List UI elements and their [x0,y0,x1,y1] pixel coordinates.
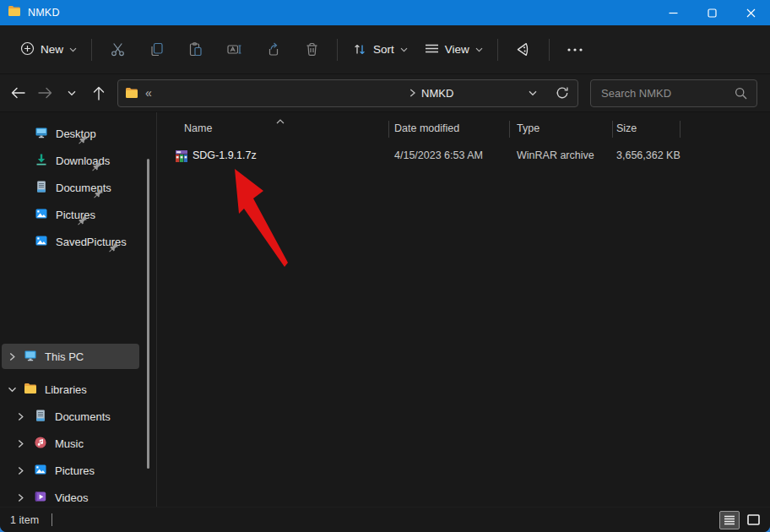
file-list-pane: Name Date modified Type Size SDG-1.9.1.7… [157,112,770,507]
sidebar-item-libraries[interactable]: Libraries [0,376,156,403]
document-icon [35,180,48,196]
chevron-right-icon[interactable] [15,412,25,421]
back-arrow-icon [11,87,25,99]
sidebar-scrollbar[interactable] [147,159,149,469]
column-header-date-modified[interactable]: Date modified [394,122,459,134]
sidebar-item-desktop[interactable]: Desktop [0,120,156,147]
chevron-right-icon[interactable] [15,466,25,475]
refresh-button[interactable] [556,80,569,106]
maximize-button[interactable] [692,0,731,25]
forward-button[interactable] [31,79,58,106]
chevron-down-icon [529,90,537,96]
view-button-label: View [445,43,469,56]
view-button[interactable]: View [416,36,491,62]
file-date-modified: 4/15/2023 6:53 AM [394,149,483,161]
column-separator[interactable] [388,121,389,138]
cut-button[interactable] [98,34,137,66]
downloads-icon [35,153,48,169]
toolbar-divider [337,39,338,61]
sidebar-item-library-documents[interactable]: Documents [0,403,156,430]
column-header-type[interactable]: Type [517,122,540,134]
winrar-archive-icon [175,149,188,166]
column-separator[interactable] [680,121,681,138]
column-headers: Name Date modified Type Size [157,119,770,139]
breadcrumb-segment[interactable]: NMKD [409,80,453,106]
toolbar-divider [91,39,92,61]
window-title: NMKD [28,7,60,19]
pin-icon[interactable] [93,188,104,202]
chevron-right-icon[interactable] [7,352,17,361]
see-more-button[interactable] [556,34,594,66]
details-view-button[interactable] [719,511,740,529]
column-header-size[interactable]: Size [616,122,637,134]
rename-button[interactable] [214,34,253,66]
chevron-down-icon[interactable] [7,387,17,393]
column-separator[interactable] [509,121,510,138]
delete-button[interactable] [292,34,331,66]
share-button[interactable] [253,34,292,66]
column-header-name[interactable]: Name [184,122,212,134]
music-icon [34,436,47,452]
sort-button-label: Sort [373,43,394,56]
chevron-right-icon[interactable] [15,493,25,502]
column-separator[interactable] [612,121,613,138]
pin-icon[interactable] [77,215,88,229]
chevron-down-icon [475,47,483,52]
sidebar-item-label: Pictures [55,464,95,477]
pin-icon[interactable] [91,161,102,175]
folder-icon [8,4,21,21]
pictures-icon [35,207,48,223]
paste-button[interactable] [176,34,214,66]
minimize-button[interactable] [653,0,692,25]
pictures-icon [34,463,47,479]
pin-icon[interactable] [78,134,89,148]
sort-ascending-icon [276,115,285,127]
address-dropdown-button[interactable] [529,80,537,106]
desktop-icon [35,126,48,142]
sidebar-item-savedpictures[interactable]: SavedPictures [0,228,156,255]
chevron-down-icon [68,90,76,96]
sidebar-item-documents[interactable]: Documents [0,174,156,201]
see-more-icon [567,48,583,52]
file-row[interactable]: SDG-1.9.1.7z 4/15/2023 6:53 AM WinRAR ar… [157,144,770,167]
icons-view-button[interactable] [743,511,763,529]
sort-arrows-icon [352,42,367,57]
sidebar-item-library-music[interactable]: Music [0,430,156,457]
status-divider [52,513,52,526]
back-button[interactable] [4,79,31,106]
pin-icon[interactable] [108,242,119,256]
file-size: 3,656,362 KB [616,149,681,161]
titlebar: NMKD [0,0,770,25]
search-input[interactable] [591,80,756,106]
sidebar-item-library-videos[interactable]: Videos [0,484,156,511]
content-area: Desktop Downloads Documents [0,112,770,507]
new-button[interactable]: New [12,35,85,65]
pizza-slice-button[interactable] [504,34,543,66]
folder-icon [24,382,37,398]
sidebar-item-pictures[interactable]: Pictures [0,201,156,228]
chevron-right-icon[interactable] [15,439,25,448]
sidebar: Desktop Downloads Documents [0,112,157,507]
sidebar-item-downloads[interactable]: Downloads [0,147,156,174]
sidebar-item-library-pictures[interactable]: Pictures [0,457,156,484]
videos-icon [34,490,47,506]
breadcrumb-current-folder: NMKD [421,87,453,100]
close-button[interactable] [731,0,770,25]
breadcrumb-collapsed-indicator[interactable]: « [145,80,152,106]
pictures-icon [35,234,48,250]
pizza-slice-icon [515,41,532,58]
sort-button[interactable]: Sort [344,35,416,63]
sidebar-item-label: Videos [55,491,89,504]
chevron-down-icon [400,47,408,52]
up-button[interactable] [85,79,112,106]
new-button-label: New [41,43,63,56]
rename-icon [226,41,242,57]
folder-icon [125,80,138,106]
sidebar-item-this-pc[interactable]: This PC [0,343,156,370]
copy-button[interactable] [137,34,176,66]
plus-circle-icon [20,41,35,58]
recent-locations-button[interactable] [58,79,85,106]
address-bar[interactable]: « NMKD [117,79,578,107]
sidebar-item-label: Documents [55,410,111,423]
item-count: 1 item [10,514,39,526]
